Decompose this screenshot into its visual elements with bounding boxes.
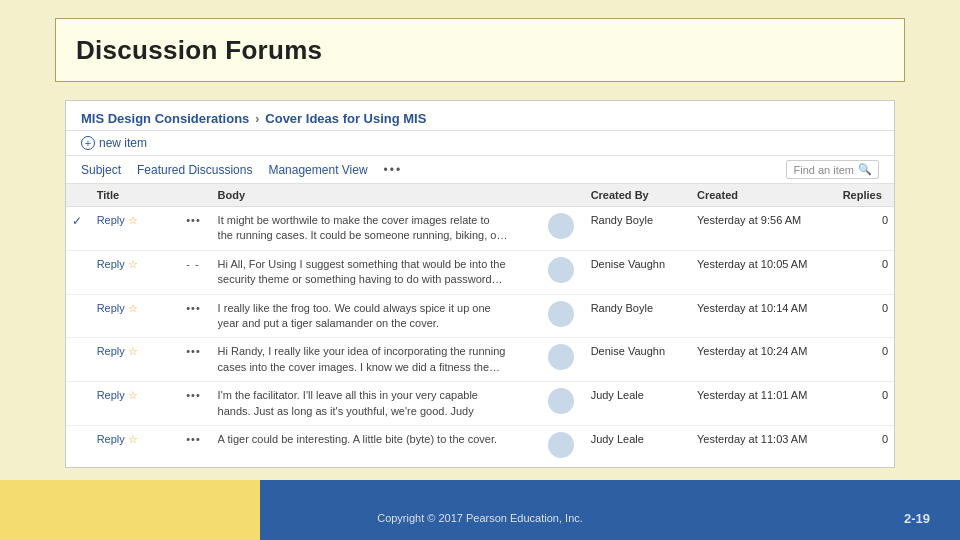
breadcrumb-sep: › (255, 112, 259, 126)
row-created-by[interactable]: Randy Boyle (585, 294, 691, 338)
row-check (66, 294, 91, 338)
table-header-row: Title Body Created By Created Replies (66, 184, 894, 207)
row-replies: 0 (837, 338, 894, 382)
row-dots-menu[interactable]: ••• (180, 338, 211, 382)
col-createdby-header[interactable]: Created By (585, 184, 691, 207)
row-created: Yesterday at 10:14 AM (691, 294, 837, 338)
avatar (542, 425, 585, 468)
col-title-header[interactable]: Title (91, 184, 181, 207)
page-title: Discussion Forums (76, 35, 322, 66)
slide-number: 2-19 (904, 511, 930, 526)
row-replies: 0 (837, 382, 894, 426)
row-dots-menu[interactable]: ••• (180, 294, 211, 338)
col-dots-header (180, 184, 211, 207)
row-title[interactable]: Reply ☆ (91, 207, 181, 251)
row-created: Yesterday at 11:01 AM (691, 382, 837, 426)
nav-featured[interactable]: Featured Discussions (137, 161, 252, 179)
row-check (66, 250, 91, 294)
title-box: Discussion Forums (55, 18, 905, 82)
plus-icon: + (81, 136, 95, 150)
row-dots-menu[interactable]: ••• (180, 425, 211, 468)
table-row: Reply ☆ - - Hi All, For Using I suggest … (66, 250, 894, 294)
col-body-header[interactable]: Body (212, 184, 542, 207)
row-body: I'm the facilitator. I'll leave all this… (212, 382, 542, 426)
bottom-yellow-strip (0, 480, 260, 540)
search-box[interactable]: Find an item 🔍 (786, 160, 879, 179)
content-panel: MIS Design Considerations › Cover Ideas … (65, 100, 895, 468)
row-replies: 0 (837, 250, 894, 294)
row-created-by[interactable]: Judy Leale (585, 425, 691, 468)
avatar (542, 250, 585, 294)
table-row: Reply ☆ ••• I really like the frog too. … (66, 294, 894, 338)
nav-row: Subject Featured Discussions Management … (66, 156, 894, 184)
row-replies: 0 (837, 425, 894, 468)
row-created: Yesterday at 10:24 AM (691, 338, 837, 382)
row-created: Yesterday at 9:56 AM (691, 207, 837, 251)
row-check (66, 382, 91, 426)
col-check (66, 184, 91, 207)
nav-management[interactable]: Management View (268, 161, 367, 179)
row-dots-menu[interactable]: ••• (180, 382, 211, 426)
avatar (542, 207, 585, 251)
table-row: Reply ☆ ••• A tiger could be interesting… (66, 425, 894, 468)
table-row: ✓ Reply ☆ ••• It might be worthwile to m… (66, 207, 894, 251)
row-body: A tiger could be interesting. A little b… (212, 425, 542, 468)
row-title[interactable]: Reply ☆ (91, 425, 181, 468)
row-created-by[interactable]: Randy Boyle (585, 207, 691, 251)
row-created-by[interactable]: Denise Vaughn (585, 250, 691, 294)
avatar (542, 382, 585, 426)
row-body: Hi Randy, I really like your idea of inc… (212, 338, 542, 382)
row-title[interactable]: Reply ☆ (91, 382, 181, 426)
row-title[interactable]: Reply ☆ (91, 338, 181, 382)
row-body: I really like the frog too. We could alw… (212, 294, 542, 338)
col-avatar-header (542, 184, 585, 207)
row-title[interactable]: Reply ☆ (91, 250, 181, 294)
table-row: Reply ☆ ••• Hi Randy, I really like your… (66, 338, 894, 382)
row-replies: 0 (837, 207, 894, 251)
row-created: Yesterday at 11:03 AM (691, 425, 837, 468)
forum-table: Title Body Created By Created Replies ✓ … (66, 184, 894, 468)
row-created: Yesterday at 10:05 AM (691, 250, 837, 294)
row-check (66, 338, 91, 382)
row-title[interactable]: Reply ☆ (91, 294, 181, 338)
row-dots-menu[interactable]: ••• (180, 207, 211, 251)
breadcrumb-part1[interactable]: MIS Design Considerations (81, 111, 249, 126)
copyright: Copyright © 2017 Pearson Education, Inc. (0, 512, 960, 524)
col-created-header[interactable]: Created (691, 184, 837, 207)
new-item-button[interactable]: + new item (81, 136, 147, 150)
breadcrumb: MIS Design Considerations › Cover Ideas … (66, 101, 894, 131)
row-replies: 0 (837, 294, 894, 338)
row-created-by[interactable]: Judy Leale (585, 382, 691, 426)
row-check: ✓ (66, 207, 91, 251)
row-created-by[interactable]: Denise Vaughn (585, 338, 691, 382)
avatar (542, 338, 585, 382)
row-check (66, 425, 91, 468)
nav-more-dots[interactable]: ••• (384, 163, 403, 177)
col-replies-header[interactable]: Replies (837, 184, 894, 207)
new-item-label: new item (99, 136, 147, 150)
table-row: Reply ☆ ••• I'm the facilitator. I'll le… (66, 382, 894, 426)
search-icon: 🔍 (858, 163, 872, 176)
avatar (542, 294, 585, 338)
toolbar: + new item (66, 131, 894, 156)
row-dots-menu[interactable]: - - (180, 250, 211, 294)
row-body: It might be worthwile to make the cover … (212, 207, 542, 251)
breadcrumb-part2[interactable]: Cover Ideas for Using MIS (265, 111, 426, 126)
nav-subject[interactable]: Subject (81, 161, 121, 179)
search-placeholder: Find an item (793, 164, 854, 176)
row-body: Hi All, For Using I suggest something th… (212, 250, 542, 294)
